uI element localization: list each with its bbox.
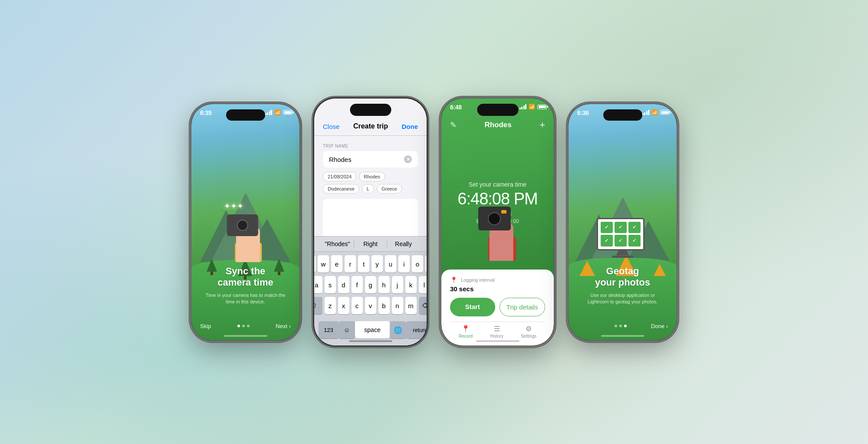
key-d[interactable]: d xyxy=(338,276,349,293)
status-time-1: 6:35 xyxy=(200,109,212,116)
history-tab-label: History xyxy=(490,334,503,339)
signal-bar-1 xyxy=(265,113,266,115)
p4-bottom-nav: Done › xyxy=(577,323,668,329)
key-g[interactable]: g xyxy=(365,276,376,293)
tag-greece: Greece xyxy=(377,184,402,194)
phone-4-screen: 6:36 App Store 📶 xyxy=(569,104,677,340)
p3-signal-4 xyxy=(525,104,526,109)
tag-rhodes: Rhodes xyxy=(359,172,385,181)
key-j[interactable]: j xyxy=(392,276,403,293)
tag-date: 21/08/2024 xyxy=(323,172,356,181)
suggestion-2[interactable]: Right xyxy=(354,240,387,247)
key-b[interactable]: b xyxy=(378,297,390,314)
history-tab-icon: ☰ xyxy=(494,325,500,333)
p1-bottom-nav: Skip Next › xyxy=(200,323,291,329)
add-icon-3[interactable]: + xyxy=(539,119,545,131)
action-buttons: Start Trip details xyxy=(450,298,545,316)
trip-name-input[interactable]: Rhodes ✕ xyxy=(323,151,418,168)
dot-4a xyxy=(615,325,617,327)
key-q[interactable]: q xyxy=(314,255,316,273)
key-c[interactable]: c xyxy=(352,297,363,314)
dynamic-island-3 xyxy=(477,104,518,116)
key-l[interactable]: l xyxy=(419,276,427,293)
phone-3-screen: 6:48 📶 xyxy=(441,99,554,345)
p4-signal-1 xyxy=(642,113,644,115)
skip-button[interactable]: Skip xyxy=(200,323,211,329)
record-tab-label: Record xyxy=(459,334,473,339)
key-f[interactable]: f xyxy=(352,276,363,293)
status-time-3: 6:48 xyxy=(450,104,462,111)
camera-illustration-1: ✦✦✦ xyxy=(215,210,276,262)
checkbox-6: ✓ xyxy=(628,235,641,247)
camera-lens-1 xyxy=(237,220,248,231)
flash-1: ✦✦✦ xyxy=(224,201,243,211)
edit-icon-3[interactable]: ✎ xyxy=(450,120,457,130)
key-s[interactable]: s xyxy=(325,276,336,293)
key-h[interactable]: h xyxy=(378,276,390,293)
key-v[interactable]: v xyxy=(365,297,376,314)
trip-details-button[interactable]: Trip details xyxy=(500,298,546,316)
monitor-stand xyxy=(616,250,629,256)
battery-fill-4 xyxy=(661,111,669,114)
phones-container: 6:35 App Store 📶 xyxy=(190,97,678,347)
tab-settings[interactable]: ⚙ Settings xyxy=(521,325,536,339)
emoji-key[interactable]: ☺ xyxy=(339,321,355,339)
p3-signal-1 xyxy=(519,108,521,109)
key-y[interactable]: y xyxy=(372,255,383,273)
p4-content: Geotag your photos Use our desktop appli… xyxy=(569,266,677,306)
next-button[interactable]: Next › xyxy=(276,323,291,329)
checkbox-3: ✓ xyxy=(628,222,641,234)
key-k[interactable]: k xyxy=(405,276,417,293)
p4-signal-4 xyxy=(648,110,649,115)
key-e[interactable]: e xyxy=(331,255,342,273)
keyboard: "Rhodes" Right Really q w e r t y u i o xyxy=(314,236,427,345)
logging-interval-label: Logging interval xyxy=(461,277,495,283)
globe-key[interactable]: 🌐 xyxy=(390,321,406,339)
dot-4c xyxy=(624,325,627,327)
suggestion-1[interactable]: "Rhodes" xyxy=(321,240,354,247)
done-button[interactable]: Done xyxy=(401,123,418,130)
p3-signal-3 xyxy=(523,105,525,109)
checkbox-5: ✓ xyxy=(615,235,627,247)
logging-row: 📍 Logging interval xyxy=(450,276,545,283)
key-t[interactable]: t xyxy=(358,255,369,273)
key-x[interactable]: x xyxy=(338,297,349,314)
key-m[interactable]: m xyxy=(405,297,417,314)
key-p[interactable]: p xyxy=(425,255,427,273)
key-w[interactable]: w xyxy=(318,255,329,273)
key-r[interactable]: r xyxy=(345,255,356,273)
battery-icon-4 xyxy=(660,110,670,115)
phone-4: 6:36 App Store 📶 xyxy=(567,103,678,342)
shift-key[interactable]: ⇧ xyxy=(314,297,322,314)
signal-bar-2 xyxy=(267,112,268,115)
close-button[interactable]: Close xyxy=(323,123,339,130)
wifi-icon-4: 📶 xyxy=(651,109,658,115)
suggestion-3[interactable]: Really xyxy=(387,240,420,247)
tab-record[interactable]: 📍 Record xyxy=(459,325,473,339)
p1-content: Sync the camera time Time in your camera… xyxy=(191,266,299,306)
trip-name-label: TRIP NAME xyxy=(323,144,418,148)
key-z[interactable]: z xyxy=(325,297,336,314)
dynamic-island-2 xyxy=(350,104,391,116)
key-u[interactable]: u xyxy=(385,255,396,273)
p4-subtitle: Use our desktop application or Lightroom… xyxy=(569,292,677,306)
key-a[interactable]: a xyxy=(314,276,322,293)
return-key[interactable]: return xyxy=(406,321,427,339)
phone-2-screen: Close Create trip Done TRIP NAME Rhodes … xyxy=(314,99,427,345)
key-n[interactable]: n xyxy=(392,297,403,314)
phone-1: 6:35 App Store 📶 xyxy=(190,103,301,342)
start-button[interactable]: Start xyxy=(450,298,495,316)
space-key[interactable]: space xyxy=(355,321,390,339)
key-o[interactable]: o xyxy=(412,255,423,273)
backspace-key[interactable]: ⌫ xyxy=(419,297,427,314)
clear-button[interactable]: ✕ xyxy=(404,155,412,163)
p1-subtitle: Time in your camera has to match the tim… xyxy=(191,292,299,306)
num-key[interactable]: 123 xyxy=(319,321,339,339)
key-row-3: ⇧ z x c v b n m ⌫ xyxy=(316,297,425,314)
tab-history[interactable]: ☰ History xyxy=(490,325,503,339)
done-button-4[interactable]: Done › xyxy=(651,323,668,329)
record-tab-icon: 📍 xyxy=(461,325,470,333)
autocomplete-bar: "Rhodes" Right Really xyxy=(314,236,427,252)
checkboxes-grid: ✓ ✓ ✓ ✓ ✓ ✓ xyxy=(601,222,641,247)
key-i[interactable]: i xyxy=(398,255,410,273)
